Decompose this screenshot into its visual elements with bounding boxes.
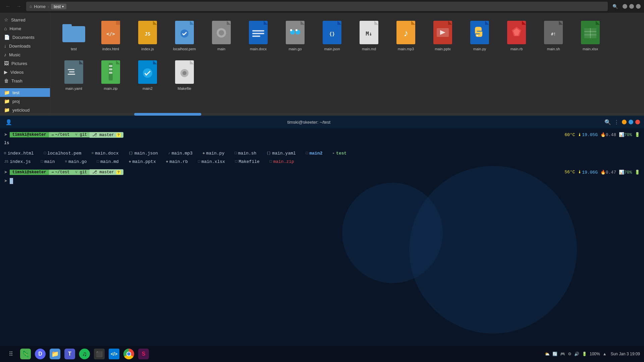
terminal-window[interactable]: 👤 timski@skeeter: ~/test 🔍 ⋮ ➤ timski@sk… xyxy=(0,116,644,350)
terminal-max-btn[interactable] xyxy=(629,120,633,124)
maximize-button[interactable] xyxy=(629,4,634,9)
back-button[interactable]: ← xyxy=(3,2,13,11)
file-item-mainpptx[interactable]: main.pptx xyxy=(426,18,460,54)
file-label: main xyxy=(217,47,225,51)
sidebar-item-home[interactable]: ⌂ Home xyxy=(0,24,50,33)
file-label: main.sh xyxy=(547,47,560,51)
terminal-min-btn[interactable] xyxy=(622,120,627,124)
sidebar-item-music[interactable]: ♪ Music xyxy=(0,50,50,59)
apps-grid-button[interactable]: ⠿ xyxy=(4,347,17,361)
svg-rect-18 xyxy=(252,30,264,32)
address-bar[interactable]: ⌂ Home › test ▾ xyxy=(26,2,608,11)
taskbar-app-chrome[interactable] xyxy=(122,347,136,361)
branch-icon-2: ⎇ xyxy=(92,170,97,175)
prompt-arrow-icon-2: ➤ xyxy=(4,169,8,176)
file-item-mainxlsx[interactable]: main.xlsx xyxy=(574,18,607,54)
sidebar-item-pictures[interactable]: 🖼 Pictures xyxy=(0,59,50,68)
sidebar-item-yeticloud[interactable]: 📁 yeticloud xyxy=(0,106,50,113)
ls-output-row2: JS index.js □ main ≡ main.go □ main.md ◆… xyxy=(4,158,640,166)
address-current[interactable]: test ▾ xyxy=(51,4,66,9)
forward-button[interactable]: → xyxy=(14,2,23,11)
json-icon-wrap: {} xyxy=(320,20,344,45)
sidebar-item-documents[interactable]: 📄 Documents xyxy=(0,33,50,42)
fl-mainjson: {} main.json xyxy=(129,149,158,157)
folder-svg-icon xyxy=(62,23,85,42)
terminal-search-button[interactable]: 🔍 xyxy=(604,119,611,125)
file-item-mainjson[interactable]: {} main.json xyxy=(315,18,349,54)
status-battery-2: 70% 🔋 xyxy=(624,170,640,175)
status-load-1: 0.48 📊 xyxy=(606,132,624,137)
extensions-icon: 🦎 xyxy=(20,349,31,359)
fl-maindocx: ≡ main.docx xyxy=(92,149,119,157)
terminal-user-icon[interactable]: 👤 xyxy=(4,117,13,127)
branch-name-1: master xyxy=(100,133,114,137)
file-item-localhostpem[interactable]: localhost.pem xyxy=(168,18,201,54)
file-item-test[interactable]: test xyxy=(57,18,91,54)
terminal-menu-button[interactable]: ⋮ xyxy=(614,119,619,125)
file-item-mainrb[interactable]: main.rb xyxy=(500,18,533,54)
svg-point-73 xyxy=(182,71,186,75)
sidebar-item-starred[interactable]: ☆ Starred xyxy=(0,15,50,24)
file-label: main.zip xyxy=(104,86,118,91)
terminal-close-btn[interactable] xyxy=(635,120,640,124)
taskbar-app-files[interactable]: 📁 xyxy=(48,347,62,361)
taskbar-app-spotify[interactable]: ♫ xyxy=(78,347,91,361)
cursor-line: ➤ xyxy=(4,177,640,185)
zip-file-icon xyxy=(101,60,120,84)
file-item-indexhtml[interactable]: </> index.html xyxy=(94,18,127,54)
branch-icon: ⎇ xyxy=(92,133,97,137)
prompt-question-1: ? xyxy=(116,133,121,137)
sidebar-item-downloads[interactable]: ↓ Downloads xyxy=(0,42,50,50)
git-icon-2: ⑂ xyxy=(75,170,77,174)
window-controls xyxy=(623,4,641,9)
svg-point-42 xyxy=(477,35,478,36)
sidebar-item-trash[interactable]: 🗑 Trash xyxy=(0,76,50,85)
file-item-mainyaml[interactable]: main.yaml xyxy=(57,57,91,94)
file-item-main2[interactable]: main2 xyxy=(131,57,164,94)
file-item-maindocx[interactable]: main.docx xyxy=(241,18,275,54)
scrollbar[interactable] xyxy=(0,113,644,116)
load-val-2: 0.47 📊 xyxy=(606,170,624,175)
spotify-icon: ♫ xyxy=(79,349,90,359)
minimize-button[interactable] xyxy=(623,4,627,9)
sidebar-item-test[interactable]: 📁 test xyxy=(0,88,50,97)
taskbar-app-teams[interactable]: T xyxy=(63,347,76,361)
file-item-mainmd[interactable]: M↓ main.md xyxy=(352,18,386,54)
vscode-icon: </> xyxy=(109,349,119,359)
svg-rect-4 xyxy=(116,21,120,25)
sidebar-item-videos[interactable]: ▶ Videos xyxy=(0,68,50,76)
cert-icon-wrap xyxy=(172,20,197,45)
close-button[interactable] xyxy=(636,4,641,9)
file-item-indexjs[interactable]: JS index.js xyxy=(131,18,164,54)
file-item-main[interactable]: main xyxy=(205,18,238,54)
tray-network-icon: ⛅ xyxy=(545,352,550,356)
prompt-branch-2: ⎇ master ? xyxy=(90,169,123,175)
html-file-icon: </> xyxy=(101,21,120,44)
xlsx-icon-wrap xyxy=(578,20,602,45)
file-label: main.yaml xyxy=(65,86,82,91)
file-item-mainsh[interactable]: #! main.sh xyxy=(537,18,570,54)
prompt-path-text-2: ~/test xyxy=(55,170,69,175)
file-item-mainmp3[interactable]: ♪ main.mp3 xyxy=(389,18,423,54)
file-label: main.xlsx xyxy=(583,47,598,51)
sidebar-item-proj[interactable]: 📁 proj xyxy=(0,97,50,106)
taskbar-app-discord[interactable]: D xyxy=(34,347,47,361)
taskbar-app-terminal[interactable]: ⬛ xyxy=(93,347,106,361)
file-item-mainpy[interactable]: main.py xyxy=(463,18,496,54)
terminal-titlebar: 👤 timski@skeeter: ~/test 🔍 ⋮ xyxy=(0,116,644,128)
file-item-mainzip[interactable]: main.zip xyxy=(94,57,127,94)
pptx-file-icon xyxy=(433,21,452,44)
taskbar-app-slack[interactable]: S xyxy=(137,347,150,361)
taskbar-app-extensions[interactable]: 🦎 xyxy=(19,347,32,361)
file-item-makefile[interactable]: Makefile xyxy=(168,57,201,94)
file-item-maingo[interactable]: main.go xyxy=(278,18,312,54)
terminal-body[interactable]: ➤ timski@skeeter ⇝ ~/test ⑂ git ⎇ master… xyxy=(0,128,644,350)
sidebar-item-label: Starred xyxy=(11,17,25,22)
file-label: main.mp3 xyxy=(398,47,414,51)
taskbar-app-vscode[interactable]: </> xyxy=(107,347,121,361)
search-button[interactable]: 🔍 xyxy=(610,2,620,11)
binary-icon-wrap xyxy=(209,20,233,45)
py-icon-wrap xyxy=(468,20,492,45)
docx-icon-wrap xyxy=(246,20,270,45)
folder-icon-small: ▸ xyxy=(332,150,335,157)
